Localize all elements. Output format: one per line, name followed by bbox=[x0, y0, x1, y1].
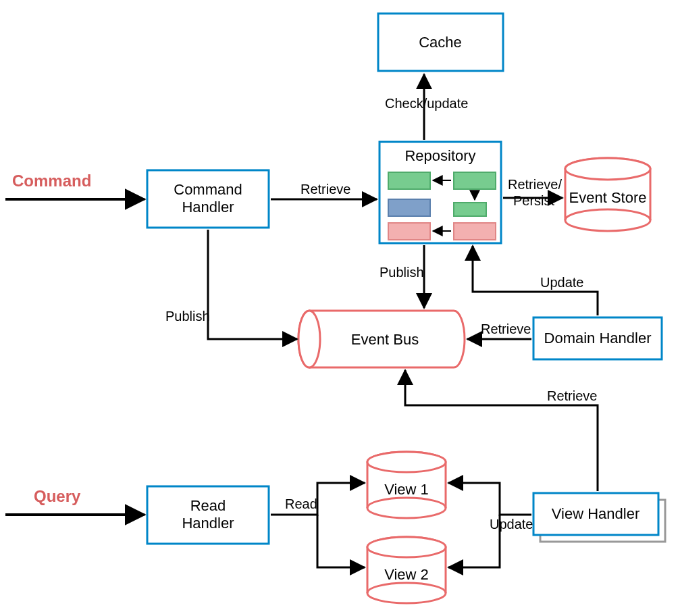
edge-cmd-bus-label: Publish bbox=[165, 309, 210, 324]
edge-repo-cache-label: Check/update bbox=[385, 96, 468, 111]
architecture-diagram: Cache Repository Command Handler Event S… bbox=[0, 0, 680, 616]
query-entry: Query bbox=[5, 487, 145, 515]
svg-point-20 bbox=[367, 583, 446, 603]
svg-point-19 bbox=[367, 452, 446, 472]
svg-rect-9 bbox=[454, 223, 496, 240]
view1-label: View 1 bbox=[384, 481, 429, 498]
command-handler-label-1: Command bbox=[174, 181, 242, 198]
edge-domain-bus-label: Retrieve bbox=[481, 322, 531, 336]
edge-domain-repo-label: Update bbox=[540, 275, 584, 290]
edge-cmd-bus bbox=[208, 230, 297, 339]
svg-rect-7 bbox=[454, 203, 486, 216]
cache-node: Cache bbox=[378, 14, 503, 71]
read-handler-label-2: Handler bbox=[182, 515, 234, 532]
domain-handler-label: Domain Handler bbox=[544, 330, 652, 346]
cache-label: Cache bbox=[419, 34, 462, 51]
command-handler-node: Command Handler bbox=[147, 170, 269, 228]
view2-node: View 2 bbox=[367, 537, 446, 603]
edge-cmd-repo-label: Retrieve bbox=[300, 182, 350, 197]
edge-update-label: Update bbox=[490, 517, 533, 532]
svg-point-12 bbox=[565, 209, 650, 231]
svg-rect-8 bbox=[388, 223, 430, 240]
event-store-node: Event Store bbox=[565, 158, 650, 231]
svg-point-15 bbox=[298, 311, 320, 367]
command-entry: Command bbox=[5, 172, 145, 199]
svg-rect-2 bbox=[388, 172, 430, 189]
edge-repo-store-label-1: Retrieve/ bbox=[508, 177, 562, 192]
command-entry-label: Command bbox=[12, 172, 91, 190]
edge-update-view1 bbox=[448, 483, 531, 515]
edge-read-view2 bbox=[317, 515, 365, 567]
command-handler-label-2: Handler bbox=[182, 199, 234, 215]
event-bus-label: Event Bus bbox=[351, 331, 419, 348]
view2-label: View 2 bbox=[384, 566, 429, 583]
view1-node: View 1 bbox=[367, 452, 446, 518]
repository-node: Repository bbox=[380, 142, 501, 243]
view-handler-node: View Handler bbox=[533, 493, 665, 542]
edge-repo-store-label-2: Persist bbox=[513, 193, 555, 208]
svg-point-18 bbox=[367, 498, 446, 518]
event-store-label: Event Store bbox=[569, 189, 647, 206]
read-handler-label-1: Read bbox=[190, 497, 226, 514]
domain-handler-node: Domain Handler bbox=[533, 317, 662, 359]
event-bus-node: Event Bus bbox=[298, 311, 465, 367]
view-handler-label: View Handler bbox=[552, 505, 639, 522]
read-handler-node: Read Handler bbox=[147, 486, 269, 544]
repository-label: Repository bbox=[404, 147, 475, 164]
svg-rect-6 bbox=[388, 199, 430, 216]
svg-point-21 bbox=[367, 537, 446, 557]
query-entry-label: Query bbox=[34, 487, 81, 505]
svg-rect-3 bbox=[454, 172, 496, 189]
edge-repo-bus-label: Publish bbox=[380, 265, 424, 280]
edge-read-label: Read bbox=[285, 496, 317, 511]
svg-point-13 bbox=[565, 158, 650, 180]
edge-view-bus-label: Retrieve bbox=[547, 388, 597, 403]
